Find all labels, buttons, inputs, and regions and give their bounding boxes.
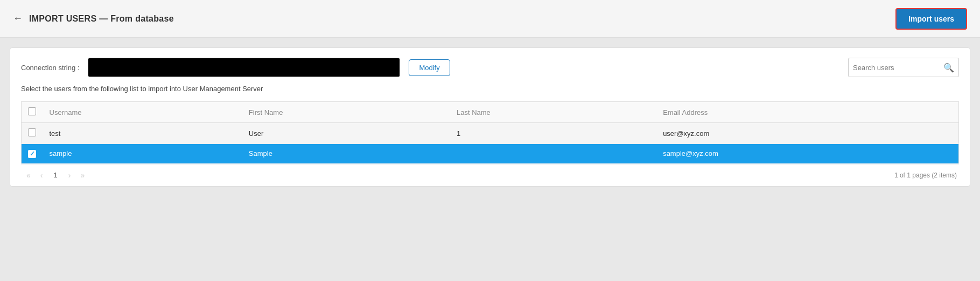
- col-firstname: First Name: [242, 102, 450, 123]
- select-all-checkbox[interactable]: [28, 107, 36, 115]
- cell-last_name: 1: [450, 123, 656, 144]
- modify-button[interactable]: Modify: [409, 59, 450, 76]
- connection-label: Connection string :: [21, 64, 79, 72]
- header-left: ← IMPORT USERS — From database: [13, 13, 174, 24]
- col-username: Username: [43, 102, 242, 123]
- col-email: Email Address: [656, 102, 958, 123]
- current-page: 1: [49, 170, 61, 180]
- cell-username: test: [43, 123, 242, 144]
- cell-email: sample@xyz.com: [656, 144, 958, 164]
- cell-email: user@xyz.com: [656, 123, 958, 144]
- last-page-button[interactable]: »: [77, 170, 88, 181]
- table-row[interactable]: ✓sampleSamplesample@xyz.com: [22, 144, 959, 164]
- page-header: ← IMPORT USERS — From database Import us…: [0, 0, 980, 38]
- cell-first_name: User: [242, 123, 450, 144]
- cell-first_name: Sample: [242, 144, 450, 164]
- connection-string-input[interactable]: [88, 58, 400, 77]
- main-content: Connection string : Modify 🔍 Select the …: [0, 38, 980, 281]
- instruction-text: Select the users from the following list…: [21, 85, 959, 93]
- page-title: IMPORT USERS — From database: [29, 14, 174, 24]
- pagination-controls: « ‹ 1 › »: [23, 170, 88, 181]
- pagination-info: 1 of 1 pages (2 items): [894, 172, 957, 179]
- table-row[interactable]: testUser1user@xyz.com: [22, 123, 959, 144]
- row-checkbox-cell[interactable]: [22, 123, 43, 144]
- next-page-button[interactable]: ›: [65, 170, 74, 181]
- search-wrapper: 🔍: [848, 58, 959, 77]
- first-page-button[interactable]: «: [23, 170, 34, 181]
- table-header-row: Username First Name Last Name Email Addr…: [22, 102, 959, 123]
- prev-page-button[interactable]: ‹: [37, 170, 46, 181]
- row-checkbox[interactable]: [28, 128, 36, 136]
- back-arrow-icon[interactable]: ←: [13, 13, 23, 24]
- connection-row: Connection string : Modify 🔍: [21, 58, 959, 77]
- import-users-button[interactable]: Import users: [895, 8, 967, 30]
- card: Connection string : Modify 🔍 Select the …: [10, 47, 970, 187]
- search-input[interactable]: [853, 64, 943, 72]
- row-checkbox-cell[interactable]: ✓: [22, 144, 43, 164]
- pagination-row: « ‹ 1 › » 1 of 1 pages (2 items): [21, 164, 959, 186]
- col-lastname: Last Name: [450, 102, 656, 123]
- select-all-header[interactable]: [22, 102, 43, 123]
- cell-username: sample: [43, 144, 242, 164]
- row-checkbox[interactable]: ✓: [28, 150, 36, 158]
- cell-last_name: [450, 144, 656, 164]
- user-table: Username First Name Last Name Email Addr…: [21, 101, 959, 164]
- search-icon: 🔍: [943, 63, 954, 73]
